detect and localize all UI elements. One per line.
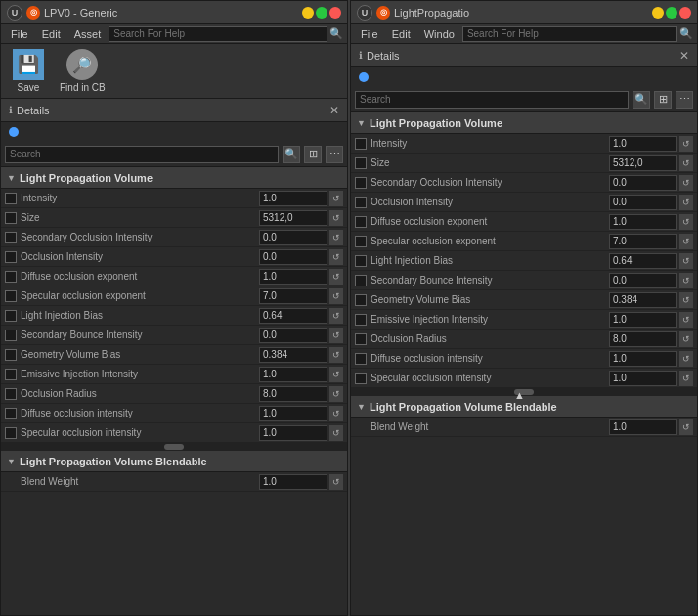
left-menu-file[interactable]: File	[5, 24, 34, 44]
left-menu-edit[interactable]: Edit	[36, 24, 66, 44]
r-prop-input-geom-vol[interactable]	[609, 292, 677, 308]
prop-checkbox-occ-rad[interactable]	[5, 388, 17, 400]
prop-input-occ[interactable]	[259, 249, 327, 265]
prop-reset-diff-exp[interactable]: ↺	[329, 269, 343, 285]
r-prop-input-occ-rad[interactable]	[609, 331, 677, 347]
prop-input-diff-exp[interactable]	[259, 269, 327, 285]
r-prop-reset-diff-exp[interactable]: ↺	[679, 214, 693, 230]
prop-input-emis-inj[interactable]	[259, 367, 327, 382]
r-prop-reset-diff-int[interactable]: ↺	[679, 351, 693, 367]
prop-checkbox-spec-int[interactable]	[5, 427, 17, 439]
prop-reset-spec-int[interactable]: ↺	[329, 425, 343, 441]
r-prop-input-spec-int[interactable]	[609, 371, 677, 386]
right-minimize-btn[interactable]	[652, 7, 664, 19]
r-prop-reset-intensity[interactable]: ↺	[679, 136, 693, 152]
r-prop-checkbox-spec-int[interactable]	[355, 373, 367, 384]
r-prop-checkbox-geom-vol[interactable]	[355, 294, 367, 306]
left-eye-icon-btn[interactable]: ⋯	[326, 146, 343, 163]
r-prop-checkbox-spec-exp[interactable]	[355, 236, 367, 247]
r-prop-reset-sec-occ[interactable]: ↺	[679, 175, 693, 191]
r-prop-input-diff-exp[interactable]	[609, 214, 677, 230]
right-grid-icon-btn[interactable]: ⊞	[654, 91, 672, 109]
save-button[interactable]: 💾 Save	[9, 47, 48, 95]
r-prop-reset-emis-inj[interactable]: ↺	[679, 312, 693, 328]
prop-reset-light-inj[interactable]: ↺	[329, 308, 343, 324]
r-prop-reset-light-inj[interactable]: ↺	[679, 253, 693, 269]
left-close-btn[interactable]	[329, 7, 341, 19]
r-prop-input-diff-int[interactable]	[609, 351, 677, 367]
r-prop-input-sec-bounce[interactable]	[609, 273, 677, 288]
prop-input-light-inj[interactable]	[259, 308, 327, 324]
prop-input-size[interactable]	[259, 210, 327, 226]
left-search-input[interactable]	[5, 146, 279, 163]
left-menu-search-icon[interactable]: 🔍	[329, 27, 343, 40]
left-menu-asset[interactable]: Asset	[68, 24, 108, 44]
right-menu-edit[interactable]: Edit	[386, 24, 416, 44]
prop-checkbox-size[interactable]	[5, 212, 17, 224]
find-in-cb-button[interactable]: 🔎 Find in CB	[56, 47, 109, 95]
right-menu-search[interactable]	[462, 26, 677, 42]
r-prop-checkbox-diff-int[interactable]	[355, 353, 367, 365]
left-section-header[interactable]: ▼ Light Propagation Volume	[1, 167, 347, 189]
prop-input-occ-rad[interactable]	[259, 386, 327, 402]
prop-checkbox-intensity[interactable]	[5, 193, 17, 204]
right-eye-icon-btn[interactable]: ⋯	[676, 91, 693, 109]
prop-reset-size[interactable]: ↺	[329, 210, 343, 226]
prop-reset-geom-vol[interactable]: ↺	[329, 347, 343, 363]
prop-input-spec-int[interactable]	[259, 425, 327, 441]
left-minimize-btn[interactable]	[302, 7, 314, 19]
r-prop-reset-occ[interactable]: ↺	[679, 195, 693, 210]
prop-checkbox-sec-bounce[interactable]	[5, 330, 17, 341]
r-prop-reset-spec-int[interactable]: ↺	[679, 371, 693, 386]
prop-input-diff-int[interactable]	[259, 406, 327, 421]
r-prop-input-intensity[interactable]	[609, 136, 677, 152]
prop-checkbox-light-inj[interactable]	[5, 310, 17, 322]
left-search-icon-btn[interactable]: 🔍	[283, 146, 300, 163]
prop-reset-intensity[interactable]: ↺	[329, 191, 343, 206]
right-search-icon-btn[interactable]: 🔍	[633, 91, 650, 109]
prop-input-spec-exp[interactable]	[259, 288, 327, 304]
right-maximize-btn[interactable]	[666, 7, 677, 19]
prop-reset-spec-exp[interactable]: ↺	[329, 288, 343, 304]
r-prop-input-emis-inj[interactable]	[609, 312, 677, 328]
right-menu-window[interactable]: Windo	[418, 24, 460, 44]
prop-input-blend-weight[interactable]	[259, 474, 327, 490]
prop-reset-emis-inj[interactable]: ↺	[329, 367, 343, 382]
prop-checkbox-diff-int[interactable]	[5, 408, 17, 419]
left-grid-icon-btn[interactable]: ⊞	[304, 146, 322, 163]
prop-reset-blend-weight[interactable]: ↺	[329, 474, 343, 490]
right-section-header[interactable]: ▼ Light Propagation Volume	[351, 112, 697, 134]
r-prop-input-light-inj[interactable]	[609, 253, 677, 269]
prop-checkbox-occ[interactable]	[5, 251, 17, 263]
r-prop-checkbox-emis-inj[interactable]	[355, 314, 367, 326]
r-prop-input-blend-weight[interactable]	[609, 419, 677, 435]
r-prop-checkbox-occ-rad[interactable]	[355, 333, 367, 345]
r-prop-reset-sec-bounce[interactable]: ↺	[679, 273, 693, 288]
r-prop-checkbox-occ[interactable]	[355, 197, 367, 208]
right-menu-file[interactable]: File	[355, 24, 384, 44]
r-prop-input-size[interactable]	[609, 155, 677, 171]
right-close-btn[interactable]	[679, 7, 691, 19]
left-maximize-btn[interactable]	[316, 7, 327, 19]
prop-input-intensity[interactable]	[259, 191, 327, 206]
prop-checkbox-emis-inj[interactable]	[5, 369, 17, 380]
prop-reset-diff-int[interactable]: ↺	[329, 406, 343, 421]
prop-checkbox-diff-exp[interactable]	[5, 271, 17, 283]
r-prop-reset-geom-vol[interactable]: ↺	[679, 292, 693, 308]
r-prop-checkbox-size[interactable]	[355, 157, 367, 169]
r-prop-input-occ[interactable]	[609, 195, 677, 210]
r-prop-checkbox-light-inj[interactable]	[355, 255, 367, 267]
r-prop-reset-spec-exp[interactable]: ↺	[679, 234, 693, 249]
left-details-close-btn[interactable]: ✕	[329, 104, 339, 117]
prop-input-sec-occ[interactable]	[259, 230, 327, 245]
right-details-close-btn[interactable]: ✕	[679, 49, 689, 63]
r-prop-checkbox-sec-bounce[interactable]	[355, 275, 367, 286]
r-prop-checkbox-diff-exp[interactable]	[355, 216, 367, 228]
r-prop-reset-occ-rad[interactable]: ↺	[679, 331, 693, 347]
right-search-input[interactable]	[355, 91, 629, 109]
prop-checkbox-sec-occ[interactable]	[5, 232, 17, 243]
r-prop-reset-blend-weight[interactable]: ↺	[679, 419, 693, 435]
prop-reset-sec-bounce[interactable]: ↺	[329, 328, 343, 343]
prop-checkbox-geom-vol[interactable]	[5, 349, 17, 361]
r-prop-checkbox-intensity[interactable]	[355, 138, 367, 150]
